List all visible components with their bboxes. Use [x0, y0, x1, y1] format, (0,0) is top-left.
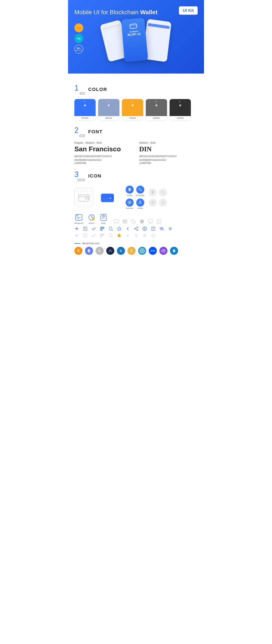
- order-label: Order: [101, 222, 106, 224]
- sf-uppercase: ABCDEFGHIJKLMNOPQRSTUVWXYZ: [74, 155, 133, 158]
- qtum-icon: [138, 247, 146, 255]
- close-icon-gray: [142, 233, 147, 238]
- icon-showcase: Assets Exchange Discover P: [74, 186, 198, 209]
- gear-icon: [142, 226, 147, 231]
- close-icon: [168, 226, 172, 231]
- svg-point-61: [137, 230, 138, 231]
- svg-point-36: [140, 220, 144, 224]
- profile-icon: [136, 198, 144, 206]
- svg-rect-43: [84, 227, 87, 230]
- comment-icon: [114, 219, 119, 224]
- swap-icon: [160, 226, 164, 231]
- crypto-icons-row: ₿ Ł D Z: [74, 247, 198, 255]
- phone-mockups: myWallet $6,297.12: [74, 19, 199, 61]
- circle-icon: [139, 219, 145, 224]
- svg-line-83: [112, 236, 112, 238]
- color-swatches: # 3574FA # 8DA0C8 # F5A623: [74, 99, 198, 120]
- upload-icon: [151, 226, 156, 231]
- svg-rect-13: [101, 196, 114, 196]
- star-icon: [117, 226, 122, 231]
- utility-icons-gray: [74, 233, 198, 238]
- back-icon-gray: [151, 233, 156, 238]
- icon-section-number: 3 THREE: [74, 171, 85, 181]
- icon-wireframe-wallet: [74, 188, 94, 207]
- stack-icon: [122, 219, 128, 224]
- polygon-icon: [160, 247, 168, 255]
- font-din: Medium · Bold DIN ABCDEFGHIJKLMNOPQRSTUV…: [139, 141, 198, 164]
- svg-marker-91: [87, 252, 89, 253]
- din-numbers: 1234567890: [139, 162, 198, 164]
- chat-icon: [148, 219, 153, 224]
- font-san-francisco: Regular · Medium · Bold San Francisco AB…: [74, 141, 133, 164]
- exchange-icon: [136, 186, 144, 194]
- blockchain-label-line: [74, 243, 81, 244]
- svg-point-20: [162, 201, 164, 202]
- font-section-title: FONT: [88, 129, 103, 134]
- search-icon-gray: [108, 233, 113, 238]
- svg-rect-31: [103, 215, 104, 216]
- swap-arrows-icon-gray: [134, 233, 138, 238]
- blockchain-label-text: BlockChain Icon: [82, 242, 100, 245]
- exchange-icon-gray: [159, 188, 167, 196]
- search-icon: [108, 226, 113, 231]
- discover-label: Discover: [126, 207, 134, 209]
- font-section-number: 2 TWO: [74, 126, 85, 137]
- font-section-header: 2 TWO FONT: [74, 126, 198, 137]
- icon-filled-wallet: [98, 188, 117, 207]
- svg-rect-49: [101, 228, 102, 228]
- bitcoin-icon: ₿: [74, 247, 82, 255]
- assets-icon-gray: [149, 188, 157, 196]
- plus-icon: [74, 226, 79, 231]
- svg-rect-81: [101, 236, 102, 237]
- color-section-title: COLOR: [88, 87, 107, 92]
- svg-point-19: [152, 202, 154, 203]
- color-section-header: 1 ONE COLOR: [74, 84, 198, 95]
- svg-marker-90: [89, 252, 91, 253]
- svg-rect-33: [123, 220, 127, 220]
- hero-section: Mobile UI for Blockchain Wallet UI Kit P…: [68, 0, 204, 74]
- share-icon: [134, 226, 138, 231]
- color-swatch-orange: # F5A623: [122, 99, 143, 120]
- svg-rect-37: [148, 220, 153, 223]
- assets-icon-item: Assets: [126, 186, 134, 196]
- svg-line-57: [112, 230, 112, 230]
- plus-icon-gray: [74, 233, 79, 238]
- qr-icon-gray: [100, 233, 104, 238]
- svg-marker-88: [89, 249, 91, 252]
- discover-icon: [126, 198, 134, 206]
- ethereum-icon: [85, 247, 93, 255]
- wings-icon: [106, 247, 114, 255]
- mangment-label: Mangment: [74, 222, 84, 224]
- edit-icon: [83, 226, 88, 231]
- svg-rect-22: [77, 214, 78, 216]
- utility-icons-colored: [74, 226, 198, 231]
- svg-point-16: [129, 202, 130, 203]
- litecoin-icon: Ł: [96, 247, 104, 255]
- main-content: 1 ONE COLOR # 3574FA # 8DA0C8: [68, 74, 204, 259]
- tab-icons-gray: [149, 188, 167, 206]
- svg-marker-84: [117, 234, 121, 237]
- mangment-icon-item: Mangment: [74, 214, 84, 224]
- sf-font-name: San Francisco: [74, 145, 133, 153]
- din-style-label: Medium · Bold: [139, 141, 198, 144]
- zcash-icon: Z: [128, 247, 136, 255]
- qr-icon: [100, 226, 104, 231]
- din-uppercase: ABCDEFGHIJKLMNOPQRSTUVWXYZ: [139, 155, 198, 158]
- svg-rect-80: [103, 234, 104, 235]
- exchange-label: Exchange: [136, 194, 144, 196]
- stratis-icon: [170, 247, 178, 255]
- svg-rect-34: [123, 221, 127, 222]
- svg-rect-79: [101, 234, 102, 235]
- svg-rect-6: [130, 24, 137, 28]
- dash-icon: D: [117, 247, 125, 255]
- blockchain-label-row: BlockChain Icon: [74, 242, 198, 245]
- sf-numbers: 1234567890: [74, 162, 133, 164]
- font-grid: Regular · Medium · Bold San Francisco AB…: [74, 141, 198, 164]
- svg-rect-35: [123, 222, 127, 224]
- profile-icon-item: Profile: [136, 198, 144, 209]
- order-icon-item: Order: [100, 214, 107, 224]
- phone-center: myWallet $6,297.12: [121, 18, 148, 62]
- misc-icons: [114, 219, 162, 224]
- svg-rect-7: [130, 25, 137, 26]
- svg-line-62: [136, 229, 137, 230]
